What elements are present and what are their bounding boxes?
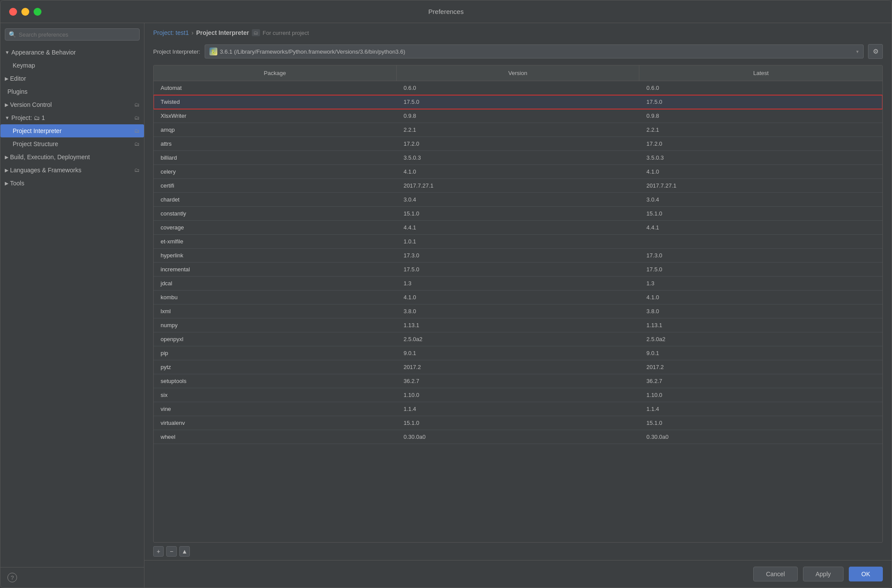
dropdown-arrow-icon: ▾ [856, 49, 859, 55]
sidebar-item-keymap[interactable]: Keymap [0, 59, 144, 72]
sidebar-item-plugins[interactable]: Plugins [0, 85, 144, 98]
cell-version: 1.0.1 [397, 235, 640, 248]
table-row[interactable]: Automat0.6.00.6.0 [154, 81, 882, 95]
cell-version: 36.2.7 [397, 374, 640, 388]
table-row[interactable]: Twisted17.5.017.5.0 [154, 95, 882, 109]
sidebar-item-project-structure[interactable]: Project Structure 🗂 [0, 137, 144, 150]
table-row[interactable]: openpyxl2.5.0a22.5.0a2 [154, 332, 882, 346]
search-input[interactable] [19, 31, 136, 38]
cell-package: jdcal [154, 277, 397, 290]
table-row[interactable]: setuptools36.2.736.2.7 [154, 374, 882, 388]
cell-package: et-xmlfile [154, 235, 397, 248]
sidebar-items: ▼ Appearance & Behavior Keymap ▶ Editor … [0, 46, 144, 567]
sidebar-item-project-interpreter[interactable]: Project Interpreter 🗂 [0, 124, 144, 137]
sidebar-item-languages[interactable]: ▶ Languages & Frameworks 🗂 [0, 164, 144, 177]
maximize-button[interactable] [34, 8, 41, 16]
interpreter-select[interactable]: 🐍 3.6.1 (/Library/Frameworks/Python.fram… [205, 44, 864, 58]
close-button[interactable] [9, 8, 17, 16]
table-row[interactable]: virtualenv15.1.015.1.0 [154, 416, 882, 430]
cell-latest: 1.3 [639, 277, 882, 290]
breadcrumb-separator: › [192, 29, 194, 36]
gear-button[interactable]: ⚙ [868, 44, 883, 59]
table-row[interactable]: pip9.0.19.0.1 [154, 346, 882, 360]
cell-package: XlsxWriter [154, 109, 397, 123]
cell-version: 4.4.1 [397, 221, 640, 234]
cell-package: constantly [154, 207, 397, 220]
cell-latest: 17.2.0 [639, 137, 882, 150]
table-row[interactable]: vine1.1.41.1.4 [154, 402, 882, 416]
breadcrumb: Project: test1 › Project Interpreter 🗂 F… [144, 23, 892, 41]
table-row[interactable]: et-xmlfile1.0.1 [154, 235, 882, 249]
cell-package: vine [154, 402, 397, 416]
interpreter-bar: Project Interpreter: 🐍 3.6.1 (/Library/F… [144, 41, 892, 65]
table-row[interactable]: hyperlink17.3.017.3.0 [154, 249, 882, 263]
cell-latest: 15.1.0 [639, 416, 882, 430]
table-row[interactable]: celery4.1.04.1.0 [154, 165, 882, 179]
cell-version: 17.5.0 [397, 263, 640, 276]
search-icon: 🔍 [9, 31, 16, 38]
search-box[interactable]: 🔍 [5, 28, 140, 41]
sidebar-item-tools[interactable]: ▶ Tools [0, 177, 144, 190]
sidebar-label-languages: Languages & Frameworks [10, 167, 134, 174]
table-row[interactable]: incremental17.5.017.5.0 [154, 263, 882, 277]
add-package-button[interactable]: + [153, 546, 164, 557]
table-row[interactable]: attrs17.2.017.2.0 [154, 137, 882, 151]
col-latest: Latest [639, 65, 882, 81]
gear-icon: ⚙ [873, 48, 878, 55]
cell-version: 1.1.4 [397, 402, 640, 416]
table-row[interactable]: amqp2.2.12.2.1 [154, 123, 882, 137]
cell-package: coverage [154, 221, 397, 234]
sidebar-item-version-control[interactable]: ▶ Version Control 🗂 [0, 98, 144, 111]
table-row[interactable]: numpy1.13.11.13.1 [154, 318, 882, 332]
expand-arrow-editor: ▶ [5, 76, 8, 82]
cell-latest: 3.8.0 [639, 304, 882, 318]
cell-version: 0.9.8 [397, 109, 640, 123]
table-row[interactable]: XlsxWriter0.9.80.9.8 [154, 109, 882, 123]
help-button[interactable]: ? [7, 573, 17, 582]
table-row[interactable]: jdcal1.31.3 [154, 277, 882, 291]
cell-latest: 1.10.0 [639, 388, 882, 402]
table-row[interactable]: coverage4.4.14.4.1 [154, 221, 882, 235]
ok-button[interactable]: OK [849, 567, 883, 581]
cell-version: 2.2.1 [397, 123, 640, 137]
table-controls: + − ▲ [144, 543, 892, 560]
cell-latest: 15.1.0 [639, 207, 882, 220]
minimize-button[interactable] [21, 8, 29, 16]
table-row[interactable]: wheel0.30.0a00.30.0a0 [154, 430, 882, 444]
sidebar-item-appearance[interactable]: ▼ Appearance & Behavior [0, 46, 144, 59]
cell-latest: 17.3.0 [639, 249, 882, 262]
sidebar-item-editor[interactable]: ▶ Editor [0, 72, 144, 85]
cell-package: kombu [154, 291, 397, 304]
for-project-text: For current project [263, 30, 309, 36]
cell-latest: 3.0.4 [639, 193, 882, 206]
python-icon: 🐍 [209, 48, 217, 55]
cancel-button[interactable]: Cancel [753, 567, 798, 581]
breadcrumb-current: Project Interpreter [196, 29, 249, 36]
cell-package: virtualenv [154, 416, 397, 430]
expand-arrow-project: ▼ [5, 115, 10, 120]
cell-latest: 0.30.0a0 [639, 430, 882, 444]
sidebar-item-build[interactable]: ▶ Build, Execution, Deployment [0, 150, 144, 164]
table-header: Package Version Latest [154, 65, 882, 81]
project-interpreter-icon: 🗂 [134, 128, 140, 134]
sidebar-item-project[interactable]: ▼ Project: 🗂 1 🗂 [0, 111, 144, 124]
title-bar: Preferences [0, 0, 892, 23]
table-row[interactable]: lxml3.8.03.8.0 [154, 304, 882, 318]
cell-version: 1.13.1 [397, 318, 640, 332]
table-row[interactable]: constantly15.1.015.1.0 [154, 207, 882, 221]
remove-package-button[interactable]: − [166, 546, 177, 557]
expand-arrow-vc: ▶ [5, 102, 8, 108]
table-row[interactable]: billiard3.5.0.33.5.0.3 [154, 151, 882, 165]
cell-version: 4.1.0 [397, 165, 640, 178]
upgrade-package-button[interactable]: ▲ [179, 546, 190, 557]
cell-latest: 9.0.1 [639, 346, 882, 360]
apply-button[interactable]: Apply [803, 567, 844, 581]
table-row[interactable]: certifi2017.7.27.12017.7.27.1 [154, 179, 882, 193]
table-row[interactable]: pytz2017.22017.2 [154, 360, 882, 374]
footer: Cancel Apply OK [144, 560, 892, 588]
breadcrumb-project[interactable]: Project: test1 [153, 29, 189, 36]
table-row[interactable]: chardet3.0.43.0.4 [154, 193, 882, 207]
table-row[interactable]: kombu4.1.04.1.0 [154, 291, 882, 304]
cell-latest: 1.13.1 [639, 318, 882, 332]
table-row[interactable]: six1.10.01.10.0 [154, 388, 882, 402]
